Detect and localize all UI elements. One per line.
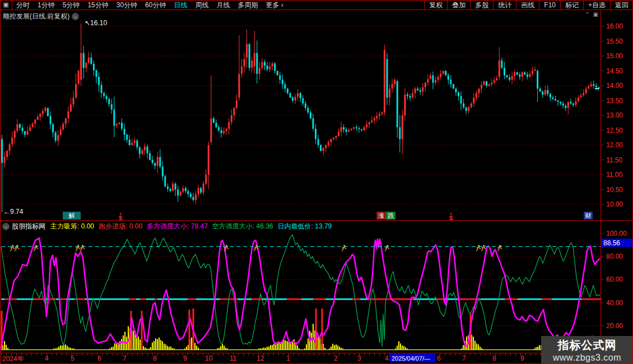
period-menu: 分时1分钟5分钟15分钟30分钟60分钟日线周线月线多周期更多 › (12, 0, 287, 10)
menu-item-标记[interactable]: 标记 (560, 1, 583, 10)
date-label: 7 (462, 354, 466, 362)
window-menu-icon[interactable]: ▣ (0, 0, 12, 10)
price-axis-label: 15.50 (606, 38, 623, 45)
high-price-annotation: ↖16.10 (85, 19, 107, 27)
date-label: 8 (492, 354, 496, 362)
page-title: 顺控发展(日线.前复权) (3, 12, 69, 21)
menu-item-1分钟[interactable]: 1分钟 (34, 1, 59, 10)
event-badge-财[interactable]: 财 (584, 212, 593, 220)
menu-item-画线[interactable]: 画线 (516, 1, 539, 10)
indicator-param: 空方强度大小: 46.36 (212, 222, 273, 230)
chart-canvas[interactable] (0, 0, 633, 364)
chart-corner-icons: ⌃ ▣ (585, 11, 598, 17)
indicator-name[interactable]: ⌄ 股朋指标网 (2, 222, 45, 231)
indicator-axis-label: 20.00 (606, 322, 623, 330)
indicator-param: 跑步进场: 0.00 (99, 222, 142, 230)
price-axis-line (601, 10, 601, 353)
date-label: 2 (334, 354, 338, 362)
panel-separator (0, 220, 633, 221)
menu-item-叠加[interactable]: 叠加 (447, 1, 470, 10)
selected-date-box: 2025/04/07/— (389, 354, 435, 362)
menu-item-F10[interactable]: F10 (539, 1, 560, 10)
date-axis: 2025/04/07/— 2024年45678910111212346789 (0, 353, 633, 363)
menu-item-复权[interactable]: 复权 (424, 1, 447, 10)
date-label: 4 (45, 354, 49, 362)
chart-title-row: 顺控发展(日线.前复权) ⌄ (3, 12, 79, 21)
indicator-param: 日内最低价: 13.79 (278, 222, 332, 230)
date-label: 11 (230, 354, 236, 362)
menu-item-60分钟[interactable]: 60分钟 (141, 1, 170, 10)
date-label: 4 (385, 354, 389, 362)
indicator-value-box: 88.56 (601, 239, 633, 247)
collapse-chevron-icon[interactable]: ⌄ (72, 13, 79, 20)
date-label: 12 (257, 354, 264, 362)
event-badge-$[interactable]: ▲$ (448, 212, 454, 220)
event-badge-解[interactable]: 解 (63, 212, 81, 220)
price-axis-label: 14.00 (606, 82, 623, 90)
price-axis-label: 12.00 (606, 141, 623, 149)
watermark-title: 指标公式网 (541, 338, 633, 353)
top-menubar: ▣ 分时1分钟5分钟15分钟30分钟60分钟日线周线月线多周期更多 › 复权叠加… (0, 0, 633, 10)
low-price-annotation: ←9.74 (3, 208, 23, 216)
menu-item-日线[interactable]: 日线 (170, 1, 191, 10)
price-axis-label: 10.00 (606, 200, 623, 208)
chevron-up-icon[interactable]: ⌃ (585, 11, 589, 17)
price-axis-label: 13.50 (606, 97, 623, 105)
indicator-param: 多方强度大小: 78.47 (147, 222, 208, 230)
date-label: 3 (357, 354, 361, 362)
price-axis-label: 10.50 (606, 186, 623, 194)
menu-item-+自选[interactable]: +自选 (583, 1, 610, 10)
date-label: 6 (437, 354, 441, 362)
tools-menu: 复权叠加多股统计画线F10标记+自选返回 (424, 0, 633, 10)
indicator-axis-label: 100.00 (606, 230, 627, 237)
price-axis-label: 13.00 (606, 111, 623, 119)
date-label: 6 (97, 354, 101, 362)
price-axis-label: 14.50 (606, 67, 623, 75)
indicator-header: ⌄ 股朋指标网 主力吸筹: 0.00跑步进场: 0.00多方强度大小: 78.4… (2, 222, 336, 231)
event-badge-$[interactable]: ▲$ (118, 212, 123, 220)
menu-item-返回[interactable]: 返回 (610, 1, 633, 10)
menu-item-更多 ›[interactable]: 更多 › (262, 1, 287, 10)
date-ticks (1, 353, 601, 356)
indicator-axis-label: 80.00 (606, 253, 623, 260)
date-label: 5 (71, 354, 75, 362)
collapse-chevron-icon[interactable]: ⌄ (2, 223, 10, 230)
indicator-params: 主力吸筹: 0.00跑步进场: 0.00多方强度大小: 78.47空方强度大小:… (50, 222, 336, 231)
event-badge-涨[interactable]: 涨 (376, 212, 386, 220)
date-label: 9 (183, 354, 187, 362)
watermark-url: www.zbgs3.com (541, 353, 633, 363)
window-icon[interactable]: ▣ (593, 11, 598, 17)
menu-item-5分钟[interactable]: 5分钟 (59, 1, 84, 10)
date-label: 1 (286, 354, 290, 362)
date-label: 9 (520, 354, 524, 362)
price-axis-label: 11.00 (606, 171, 622, 179)
menu-item-15分钟[interactable]: 15分钟 (83, 1, 112, 10)
date-label: 8 (153, 354, 157, 362)
price-axis-label: 12.50 (606, 127, 623, 134)
menu-item-30分钟[interactable]: 30分钟 (113, 1, 141, 10)
menu-item-多股[interactable]: 多股 (470, 1, 493, 10)
indicator-param: 主力吸筹: 0.00 (50, 222, 94, 230)
date-label: 7 (123, 354, 127, 362)
price-axis-label: 15.00 (606, 52, 623, 60)
menu-item-月线[interactable]: 月线 (212, 1, 234, 10)
event-badge-跌[interactable]: 跌 (386, 212, 395, 220)
menu-item-周线[interactable]: 周线 (191, 1, 212, 10)
menu-item-多周期[interactable]: 多周期 (234, 1, 262, 10)
indicator-axis-label: 60.00 (606, 276, 623, 283)
watermark: 指标公式网 www.zbgs3.com (541, 336, 633, 364)
date-label: 2024年 (2, 354, 24, 364)
price-axis-label: 16.00 (606, 22, 623, 30)
menu-item-统计[interactable]: 统计 (493, 1, 516, 10)
price-axis-label: 11.50 (606, 156, 622, 164)
indicator-axis-label: 40.00 (606, 299, 623, 307)
date-label: 10 (205, 354, 212, 362)
menu-item-分时[interactable]: 分时 (12, 1, 34, 10)
